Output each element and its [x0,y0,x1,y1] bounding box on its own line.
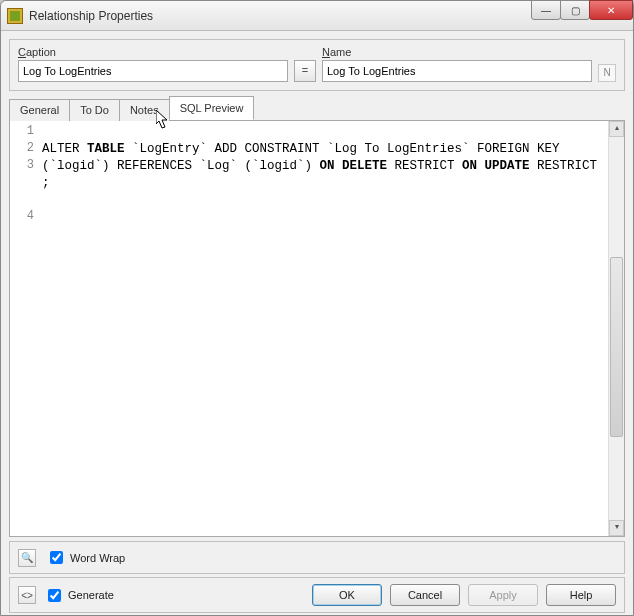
tab-notes[interactable]: Notes [119,99,170,121]
ok-button[interactable]: OK [312,584,382,606]
caption-label: Caption [18,46,288,58]
caption-input[interactable] [18,60,288,82]
tab-sqlpreview[interactable]: SQL Preview [169,96,255,120]
content-area: Caption = Name N General To Do Notes SQL… [1,31,633,615]
tab-todo[interactable]: To Do [69,99,120,121]
dialog-button-row: <> Generate OK Cancel Apply Help [9,577,625,613]
scroll-track[interactable] [609,137,624,520]
editor-toolbar: 🔍 Word Wrap [9,541,625,574]
scroll-up-icon[interactable]: ▴ [609,121,624,137]
sql-editor[interactable]: 1 2 3 4 ALTER TABLE `LogEntry` ADD CONST… [9,121,625,537]
minimize-button[interactable]: — [531,0,561,20]
sync-caption-name-button[interactable]: = [294,60,316,82]
cancel-button[interactable]: Cancel [390,584,460,606]
titlebar[interactable]: Relationship Properties — ▢ ✕ [1,1,633,31]
zoom-icon[interactable]: 🔍 [18,549,36,567]
vertical-scrollbar[interactable]: ▴ ▾ [608,121,624,536]
header-panel: Caption = Name N [9,39,625,91]
maximize-button[interactable]: ▢ [560,0,590,20]
close-button[interactable]: ✕ [589,0,633,20]
scroll-thumb[interactable] [610,257,623,437]
scroll-down-icon[interactable]: ▾ [609,520,624,536]
tab-general[interactable]: General [9,99,70,121]
wordwrap-label: Word Wrap [70,552,125,564]
window-title: Relationship Properties [29,9,153,23]
dialog-window: Relationship Properties — ▢ ✕ Caption = … [0,0,634,616]
help-button[interactable]: Help [546,584,616,606]
name-label: Name [322,46,592,58]
name-options-icon[interactable]: N [598,64,616,82]
generate-checkbox[interactable]: Generate [44,586,114,605]
script-icon[interactable]: <> [18,586,36,604]
wordwrap-checkbox[interactable]: Word Wrap [46,548,125,567]
generate-label: Generate [68,589,114,601]
code-area[interactable]: ALTER TABLE `LogEntry` ADD CONSTRAINT `L… [40,121,608,536]
line-gutter: 1 2 3 4 [10,121,40,536]
wordwrap-input[interactable] [50,551,63,564]
app-icon [7,8,23,24]
name-input[interactable] [322,60,592,82]
generate-input[interactable] [48,589,61,602]
apply-button[interactable]: Apply [468,584,538,606]
tabstrip: General To Do Notes SQL Preview [9,97,625,121]
